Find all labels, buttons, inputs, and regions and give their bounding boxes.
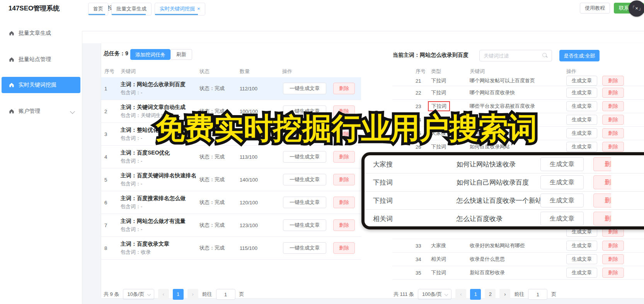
delete-button[interactable]: 删除 xyxy=(333,197,355,208)
delete-button[interactable]: 删除 xyxy=(333,105,355,117)
delete-button[interactable]: 删除 xyxy=(593,175,611,189)
keyword-row-34[interactable]: 34 相关词 收录是什么意思 生成文章 删除 xyxy=(392,253,644,266)
delete-button[interactable]: 删除 xyxy=(602,115,624,125)
next-page-button[interactable]: › xyxy=(499,289,510,300)
tab-batch-article[interactable]: 批量文章生成 xyxy=(111,3,152,15)
delete-button[interactable]: 删除 xyxy=(602,241,624,251)
keyword-row-35[interactable]: 35 下拉词 新站百度秒收录 生成文章 删除 xyxy=(392,266,644,280)
close-tab-icon[interactable]: × xyxy=(197,6,200,12)
tab-label: 实时关键词挖掘 xyxy=(160,6,195,12)
task-row-5[interactable]: 5 主词：百度关键词排名快速排名 包含词：- 状态：完成 140/100 一键生… xyxy=(101,168,361,191)
delete-button[interactable]: 删除 xyxy=(602,128,624,138)
delete-button[interactable]: 删除 xyxy=(602,268,624,278)
delete-button[interactable]: 删除 xyxy=(593,194,611,207)
delete-button[interactable]: 删除 xyxy=(593,157,611,171)
keyword-row-22[interactable]: 22 下拉词 哪个网站百度收录快 生成文章 删除 xyxy=(392,86,644,100)
generate-article-button[interactable]: 生成文章 xyxy=(566,142,597,152)
keyword-row-25[interactable]: 25 大家搜 如何让网站快速收录 生成文章 删除 xyxy=(392,127,644,140)
delete-button[interactable]: 删除 xyxy=(602,254,624,264)
sidebar-item-account[interactable]: 账户管理 xyxy=(2,103,80,119)
task-main-word: 主词：关键词文章自动生成 xyxy=(121,103,196,111)
generate-article-button[interactable]: 生成文章 xyxy=(566,115,597,125)
left-pagination: 共 9 条 10条/页 ‹ 1 › 前往 页 xyxy=(104,289,244,300)
keyword-text: 收录是什么意思 xyxy=(470,256,505,263)
delete-button[interactable]: 删除 xyxy=(602,88,624,98)
sidebar-item-keyword-mining[interactable]: 实时关键词挖掘 xyxy=(2,77,80,93)
tab-home[interactable]: 首页 xyxy=(88,3,108,15)
delete-button[interactable]: 删除 xyxy=(333,174,355,185)
keyword-filter-input[interactable] xyxy=(479,50,552,61)
task-row-4[interactable]: 4 主词：百度SEO优化 包含词：- 状态：完成 113/100 一键生成文章 … xyxy=(101,146,361,168)
keyword-row-26[interactable]: 26 下拉词 如何百度收录网站 生成文章 删除 xyxy=(392,140,644,154)
delete-button[interactable]: 删除 xyxy=(333,242,355,254)
keyword-row-23[interactable]: 23 下拉词 哪些平台发文容易被百度收录 生成文章 删除 xyxy=(392,100,644,113)
task-count: 120/100 xyxy=(240,200,258,205)
next-page-button[interactable]: › xyxy=(187,289,198,300)
generate-article-button[interactable]: 一键生成文章 xyxy=(283,83,326,94)
generate-article-button[interactable]: 生成文章 xyxy=(566,88,597,98)
page-1-button[interactable]: 1 xyxy=(173,289,184,300)
prev-page-button[interactable]: ‹ xyxy=(158,289,169,300)
page-size-select[interactable]: 10条/页 xyxy=(123,289,154,300)
task-row-8[interactable]: 8 主词：百度收录文章 包含词：收录 状态：完成 115/100 一键生成文章 … xyxy=(101,237,361,260)
delete-button[interactable]: 删除 xyxy=(333,128,355,140)
generate-article-button[interactable]: 一键生成文章 xyxy=(283,128,326,140)
generate-article-button[interactable]: 一键生成文章 xyxy=(283,197,326,208)
delete-button[interactable]: 删除 xyxy=(333,151,355,163)
generate-article-button[interactable]: 生成文章 xyxy=(566,241,597,251)
tutorial-button[interactable]: 使用教程 xyxy=(580,3,610,14)
page-2-button[interactable]: 2 xyxy=(485,289,496,300)
delete-button[interactable]: 删除 xyxy=(333,219,355,231)
generate-article-button[interactable]: 生成文章 xyxy=(540,194,584,207)
keyword-text: 如何让自己网站收录百度 xyxy=(457,178,529,187)
sidebar-item-batch-article[interactable]: 批量文章生成 xyxy=(2,25,80,41)
prev-page-button[interactable]: ‹ xyxy=(455,289,466,300)
generate-article-button[interactable]: 一键生成文章 xyxy=(283,174,326,185)
keyword-text: 如何让网站被百度收录 xyxy=(470,116,520,123)
sidebar-item-label: 批量文章生成 xyxy=(19,30,51,37)
page-1-button[interactable]: 1 xyxy=(470,289,481,300)
delete-button[interactable]: 删除 xyxy=(602,76,624,86)
task-row-2[interactable]: 2 主词：关键词文章自动生成 包含词：关键词生成 状态：完成 100/100 一… xyxy=(101,100,361,123)
keyword-row-24[interactable]: 24 下拉词 如何让网站被百度收录 生成文章 删除 xyxy=(392,113,644,127)
goto-page-input[interactable] xyxy=(216,289,235,300)
generate-article-button[interactable]: 一键生成文章 xyxy=(283,219,326,231)
generate-article-button[interactable]: 生成文章 xyxy=(566,268,597,278)
generate-article-button[interactable]: 生成文章 xyxy=(540,212,584,226)
generate-article-button[interactable]: 生成文章 xyxy=(566,76,597,86)
app-logo: 147SEO管理系统 xyxy=(9,4,60,13)
generate-article-button[interactable]: 一键生成文章 xyxy=(283,151,326,163)
page-size-select[interactable]: 100条/页 xyxy=(418,289,451,300)
delete-button[interactable]: 删除 xyxy=(333,83,355,94)
add-mining-task-button[interactable]: 添加挖词任务 xyxy=(130,49,170,60)
task-row-7[interactable]: 7 主词：网站怎么做才有流量 包含词：- 状态：完成 123/100 一键生成文… xyxy=(101,214,361,237)
task-status: 状态：完成 xyxy=(199,222,225,229)
delete-button[interactable]: 删除 xyxy=(593,212,611,226)
keyword-text: 收录好的发帖网站有哪些 xyxy=(470,242,525,249)
delete-button-clipped: 删除 xyxy=(593,212,611,226)
generate-article-button[interactable]: 生成文章 xyxy=(566,254,597,264)
generate-article-button[interactable]: 生成文章 xyxy=(566,128,597,138)
translate-overlay-icon[interactable]: 「×」 xyxy=(629,0,644,17)
callout-row-1: 大家搜 如何让网站快速收录 生成文章 删除 xyxy=(365,155,644,173)
delete-button[interactable]: 删除 xyxy=(602,101,624,111)
keyword-no: 35 xyxy=(416,270,421,276)
sidebar-item-batch-site[interactable]: 批量站点管理 xyxy=(2,51,80,68)
keyword-row-21[interactable]: 21 下拉词 哪个网站发帖可以上百度首页 生成文章 删除 xyxy=(392,76,644,86)
keyword-text: 哪个网站百度收录快 xyxy=(470,89,515,96)
keyword-no: 26 xyxy=(416,144,421,150)
generate-article-button[interactable]: 生成文章 xyxy=(566,101,597,111)
task-row-1[interactable]: 1 主词：网站怎么收录到百度 包含词：- 状态：完成 112/100 一键生成文… xyxy=(101,77,361,100)
generate-article-button[interactable]: 生成文章 xyxy=(540,157,584,171)
task-row-6[interactable]: 6 主词：百度搜索排名怎么做 包含词：- 状态：完成 120/100 一键生成文… xyxy=(101,191,361,214)
keyword-row-33[interactable]: 33 大家搜 收录好的发帖网站有哪些 生成文章 删除 xyxy=(392,239,644,253)
generate-all-button[interactable]: 是否生成:全部 xyxy=(559,50,600,61)
generate-article-button[interactable]: 生成文章 xyxy=(540,175,584,189)
refresh-button[interactable]: 刷新 xyxy=(170,49,192,60)
task-row-3[interactable]: 3 主词：整站优化 包含词：- 状态：完成 一键生成文章 删除 xyxy=(101,123,361,146)
generate-article-button[interactable]: 一键生成文章 xyxy=(283,242,326,254)
goto-page-input[interactable] xyxy=(528,289,547,300)
generate-article-button[interactable]: 一键生成文章 xyxy=(283,105,326,117)
delete-button[interactable]: 删除 xyxy=(602,142,624,152)
tab-keyword-mining[interactable]: 实时关键词挖掘× xyxy=(155,3,205,15)
